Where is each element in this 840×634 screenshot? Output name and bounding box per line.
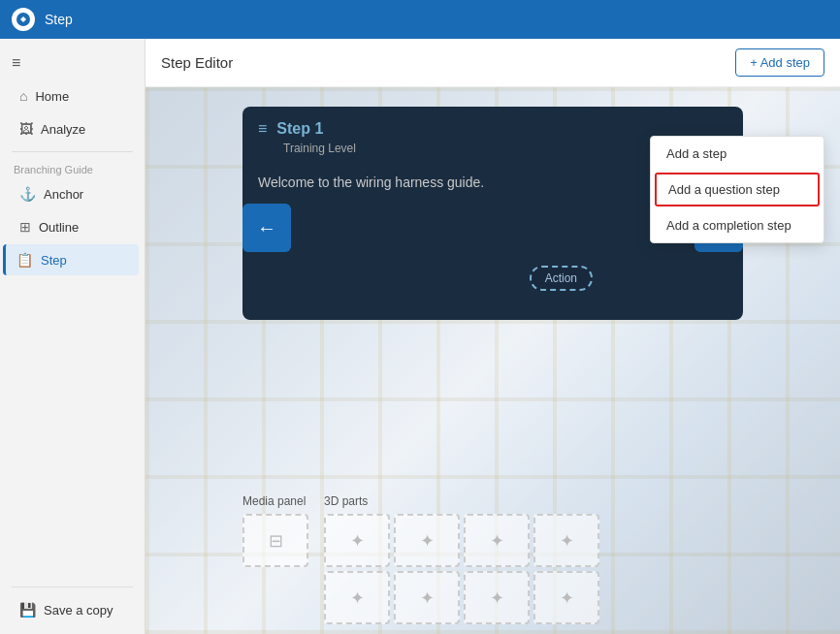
part-cell-1[interactable]: ✦	[324, 514, 390, 567]
app-logo	[12, 8, 35, 31]
panels-area: Media panel ⊟ 3D parts ✦ ✦ ✦ ✦	[242, 494, 743, 624]
part-cell-6[interactable]: ✦	[394, 571, 460, 624]
main-header: Step Editor + Add step	[145, 39, 840, 87]
sidebar-item-home[interactable]: ⌂ Home	[6, 80, 139, 111]
sidebar-item-anchor[interactable]: ⚓ Anchor	[6, 178, 139, 209]
sidebar-item-outline[interactable]: ⊞ Outline	[6, 211, 139, 242]
part-cell-7[interactable]: ✦	[464, 571, 530, 624]
media-panel-section: Media panel ⊟	[242, 494, 308, 624]
home-icon: ⌂	[19, 88, 27, 104]
part-cell-2[interactable]: ✦	[394, 514, 460, 567]
sidebar-divider-2	[12, 586, 133, 587]
anchor-icon: ⚓	[19, 186, 36, 202]
sidebar-spacer	[0, 276, 145, 581]
sidebar: ≡ ⌂ Home 🖼 Analyze Branching Guide ⚓ Anc…	[0, 39, 145, 634]
main-content: Step Editor + Add step ≡ Step 1 Training…	[145, 39, 840, 634]
editor-area: ≡ Step 1 Training Level Welcome to the w…	[145, 87, 840, 634]
part-cell-4[interactable]: ✦	[533, 514, 599, 567]
media-cell-1[interactable]: ⊟	[242, 514, 308, 567]
sidebar-item-save-copy[interactable]: 💾 Save a copy	[6, 594, 139, 625]
part-cell-5[interactable]: ✦	[324, 571, 390, 624]
parts-panel-label: 3D parts	[324, 494, 599, 508]
sidebar-item-step[interactable]: 📋 Step	[3, 244, 139, 275]
save-icon: 💾	[19, 602, 36, 618]
analyze-icon: 🖼	[19, 121, 33, 137]
dropdown-add-completion-step[interactable]: Add a completion step	[651, 208, 824, 242]
step-card-icon: ≡	[258, 120, 267, 138]
outline-icon: ⊞	[19, 219, 31, 235]
dropdown-add-step[interactable]: Add a step	[651, 137, 824, 171]
page-title: Step Editor	[161, 54, 233, 71]
hamburger-icon[interactable]: ≡	[0, 47, 145, 79]
parts-row-2: ✦ ✦ ✦ ✦	[324, 571, 599, 624]
app-title: Step	[45, 12, 73, 27]
media-panel-label: Media panel	[242, 494, 308, 508]
part-cell-8[interactable]: ✦	[533, 571, 599, 624]
parts-row-1: ✦ ✦ ✦ ✦	[324, 514, 599, 567]
sidebar-section-branching: Branching Guide	[0, 158, 145, 177]
prev-step-button[interactable]: ←	[242, 204, 291, 252]
step-number: Step 1	[276, 120, 323, 138]
part-cell-3[interactable]: ✦	[464, 514, 530, 567]
dropdown-add-question-step[interactable]: Add a question step	[655, 173, 820, 206]
add-step-dropdown: Add a step Add a question step Add a com…	[650, 136, 824, 243]
action-button[interactable]: Action	[530, 266, 593, 291]
sidebar-divider-1	[12, 151, 133, 152]
parts-panel-section: 3D parts ✦ ✦ ✦ ✦ ✦ ✦ ✦ ✦	[324, 494, 599, 624]
topbar: Step	[0, 0, 840, 39]
add-step-button[interactable]: + Add step	[735, 48, 824, 77]
sidebar-item-analyze[interactable]: 🖼 Analyze	[6, 113, 139, 144]
step-icon: 📋	[16, 252, 33, 268]
main-layout: ≡ ⌂ Home 🖼 Analyze Branching Guide ⚓ Anc…	[0, 39, 840, 634]
media-panel-grid: ⊟	[242, 514, 308, 567]
